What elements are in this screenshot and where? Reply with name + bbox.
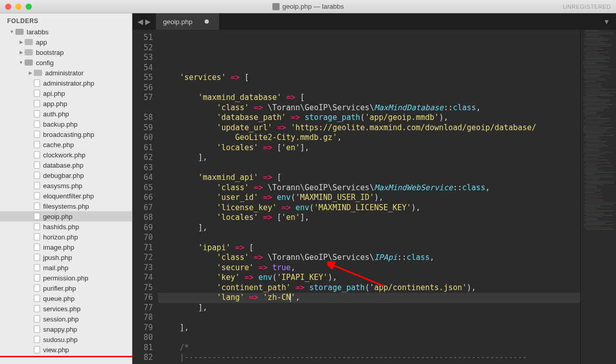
- file-item[interactable]: administrator.php: [0, 78, 132, 88]
- folder-icon: [25, 59, 33, 66]
- disclosure-icon[interactable]: ▶: [18, 50, 24, 55]
- disclosure-icon[interactable]: ▶: [28, 70, 33, 75]
- code-line[interactable]: ],: [158, 153, 580, 163]
- code-line[interactable]: [158, 233, 580, 243]
- code-line[interactable]: 'services' => [: [158, 73, 580, 83]
- folders-header: FOLDERS: [0, 13, 132, 27]
- folder-item[interactable]: ▶bootstrap: [0, 47, 132, 57]
- minimize-window-button[interactable]: [15, 4, 22, 10]
- code-line[interactable]: 'class' => \Torann\GeoIP\Services\MaxMin…: [158, 103, 580, 113]
- nav-prev-icon[interactable]: ◀: [137, 17, 143, 26]
- file-item[interactable]: easysms.php: [0, 180, 132, 191]
- code-line[interactable]: ],: [158, 303, 580, 313]
- line-gutter: 5152535455565758596061626364656667686970…: [132, 30, 158, 364]
- file-item[interactable]: session.php: [0, 314, 132, 324]
- line-number: 58: [132, 113, 153, 123]
- line-number: 77: [132, 303, 153, 313]
- file-item[interactable]: jpush.php: [0, 252, 132, 262]
- file-item[interactable]: image.php: [0, 242, 132, 252]
- line-number: 81: [132, 343, 153, 353]
- nav-next-icon[interactable]: ▶: [145, 17, 151, 26]
- line-number: 52: [132, 43, 153, 53]
- code-line[interactable]: 'locales' => ['en'],: [158, 143, 580, 153]
- minimap[interactable]: [580, 30, 616, 364]
- file-item[interactable]: api.php: [0, 88, 132, 98]
- code-line[interactable]: 'locales' => ['en'],: [158, 213, 580, 223]
- line-number: 74: [132, 273, 153, 283]
- file-item[interactable]: snappy.php: [0, 324, 132, 334]
- file-item[interactable]: horizon.php: [0, 232, 132, 242]
- code-line[interactable]: 'user_id' => env('MAXMIND_USER_ID'),: [158, 193, 580, 203]
- code-line[interactable]: [158, 313, 580, 323]
- folder-item[interactable]: ▶app: [0, 37, 132, 47]
- file-item[interactable]: queue.php: [0, 293, 132, 304]
- close-window-button[interactable]: [5, 4, 11, 10]
- file-item[interactable]: app.php: [0, 98, 132, 109]
- file-icon: [34, 264, 40, 271]
- file-icon: [34, 90, 40, 97]
- file-item[interactable]: eloquentfilter.php: [0, 191, 132, 201]
- folder-item[interactable]: ▼larabbs: [0, 27, 132, 37]
- zoom-window-button[interactable]: [26, 4, 32, 10]
- file-item[interactable]: broadcasting.php: [0, 129, 132, 139]
- code-line[interactable]: 'license_key' => env('MAXMIND_LICENSE_KE…: [158, 203, 580, 213]
- file-icon: [34, 151, 40, 158]
- file-icon: [34, 305, 40, 312]
- file-item[interactable]: view.php: [0, 345, 132, 355]
- file-icon: [34, 192, 40, 199]
- code-line[interactable]: 'key' => env('IPAPI_KEY'),: [158, 273, 580, 283]
- file-item[interactable]: database.php: [0, 160, 132, 170]
- file-item[interactable]: geoip.php: [0, 211, 132, 221]
- tree-item-label: app: [36, 38, 47, 46]
- code-line[interactable]: 'ipapi' => [: [158, 243, 580, 253]
- file-icon: [34, 326, 40, 333]
- disclosure-icon[interactable]: ▼: [18, 60, 24, 65]
- disclosure-icon[interactable]: ▼: [9, 29, 14, 34]
- code-line[interactable]: 'continent_path' => storage_path('app/co…: [158, 283, 580, 293]
- line-number: 78: [132, 313, 153, 323]
- sidebar: FOLDERS ▼larabbs▶app▶bootstrap▼config▶ad…: [0, 13, 132, 364]
- code-line[interactable]: |---------------------------------------…: [158, 353, 580, 363]
- tab-nav-arrows[interactable]: ◀ ▶: [132, 13, 156, 30]
- code-line[interactable]: GeoLite2-City.mmdb.gz',: [158, 133, 580, 143]
- tree-item-label: eloquentfilter.php: [43, 192, 94, 200]
- code-line[interactable]: 'secure' => true,: [158, 263, 580, 273]
- code-line[interactable]: ],: [158, 323, 580, 333]
- folder-icon: [15, 29, 24, 35]
- file-item[interactable]: hashids.php: [0, 221, 132, 232]
- code-line[interactable]: 'class' => \Torann\GeoIP\Services\MaxMin…: [158, 183, 580, 193]
- tab-dropdown-icon[interactable]: ▼: [597, 13, 616, 30]
- file-item[interactable]: permission.php: [0, 273, 132, 283]
- tab-geoip[interactable]: geoip.php: [156, 13, 219, 30]
- window-controls: [5, 4, 32, 10]
- folder-tree[interactable]: ▼larabbs▶app▶bootstrap▼config▶administra…: [0, 27, 132, 364]
- file-item[interactable]: services.php: [0, 304, 132, 314]
- disclosure-icon[interactable]: ▶: [18, 39, 24, 45]
- file-item[interactable]: sudosu.php: [0, 334, 132, 345]
- code-content[interactable]: 'services' => [ 'maxmind_database' => [ …: [158, 30, 580, 364]
- code-line[interactable]: 'update_url' => 'https://geolite.maxmind…: [158, 123, 580, 133]
- file-item[interactable]: cache.php: [0, 139, 132, 150]
- line-number: 76: [132, 293, 153, 303]
- code-line[interactable]: [158, 83, 580, 93]
- code-line[interactable]: [158, 163, 580, 173]
- file-item[interactable]: auth.php: [0, 109, 132, 119]
- file-item[interactable]: purifier.php: [0, 283, 132, 293]
- code-line[interactable]: 'maxmind_database' => [: [158, 93, 580, 103]
- file-item[interactable]: clockwork.php: [0, 150, 132, 160]
- code-area[interactable]: 5152535455565758596061626364656667686970…: [132, 30, 616, 364]
- code-line[interactable]: 'class' => \Torann\GeoIP\Services\IPApi:…: [158, 253, 580, 263]
- code-line[interactable]: ],: [158, 223, 580, 233]
- file-item[interactable]: filesystems.php: [0, 201, 132, 211]
- code-line[interactable]: /*: [158, 343, 580, 353]
- file-item[interactable]: mail.php: [0, 262, 132, 273]
- file-item[interactable]: backup.php: [0, 119, 132, 129]
- code-line[interactable]: 'maxmind_api' => [: [158, 173, 580, 183]
- code-line[interactable]: 'database_path' => storage_path('app/geo…: [158, 113, 580, 123]
- folder-item[interactable]: ▼config: [0, 57, 132, 68]
- code-line[interactable]: [158, 63, 580, 73]
- file-item[interactable]: debugbar.php: [0, 170, 132, 180]
- code-line[interactable]: [158, 333, 580, 343]
- folder-item[interactable]: ▶administrator: [0, 68, 132, 78]
- code-line[interactable]: 'lang' => 'zh-CN',: [158, 293, 580, 303]
